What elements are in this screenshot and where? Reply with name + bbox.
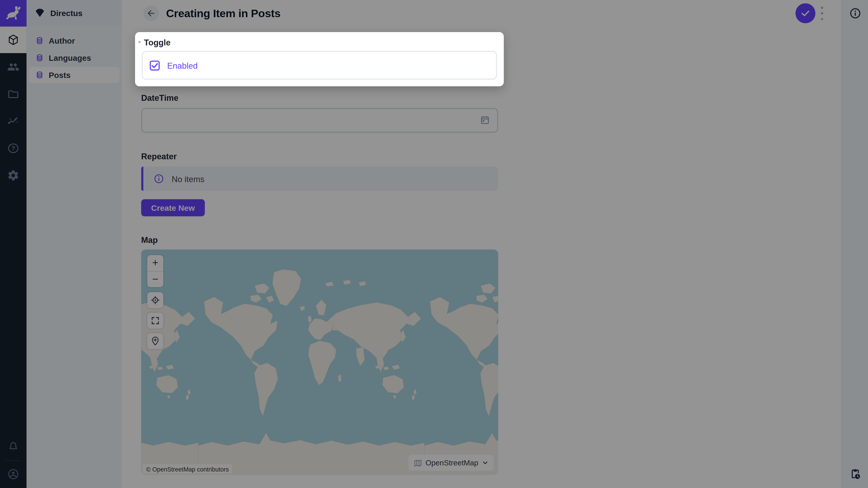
page-header: Creating Item in Posts — [122, 0, 842, 27]
zoom-in-icon: + — [152, 257, 158, 269]
map-canvas[interactable]: + − © OpenStreetMap contributors — [141, 250, 498, 475]
help-icon: ? — [7, 142, 20, 154]
arrow-left-icon — [146, 8, 156, 18]
module-bar: ? — [0, 0, 27, 488]
module-user-directory[interactable] — [0, 54, 27, 80]
fullscreen-button[interactable] — [147, 313, 163, 329]
nav-item-posts[interactable]: Posts — [29, 67, 120, 83]
toggle-checkbox-label: Enabled — [167, 61, 198, 70]
database-icon — [35, 71, 44, 79]
world-map — [141, 250, 498, 475]
repeater-empty-text: No items — [172, 174, 204, 184]
module-insights[interactable] — [0, 108, 27, 135]
datetime-input[interactable] — [141, 108, 498, 133]
people-icon — [7, 61, 20, 73]
info-sidebar-button[interactable] — [848, 6, 862, 20]
more-options-button[interactable] — [818, 6, 826, 20]
user-avatar-button[interactable] — [0, 461, 27, 488]
zoom-in-button[interactable]: + — [147, 255, 163, 271]
geolocate-icon — [150, 295, 161, 305]
fullscreen-icon — [151, 316, 160, 325]
toggle-field-card: Toggle Enabled — [135, 32, 504, 86]
repeater-empty-notice: No items — [141, 166, 498, 191]
datetime-label: DateTime — [141, 93, 178, 102]
zoom-out-icon: − — [152, 273, 158, 285]
nav-item-languages[interactable]: Languages — [29, 50, 120, 66]
back-button[interactable] — [143, 5, 159, 21]
geolocate-button[interactable] — [147, 292, 163, 308]
basemap-select[interactable]: OpenStreetMap — [408, 455, 494, 471]
page-title: Creating Item in Posts — [166, 0, 281, 27]
module-docs[interactable]: ? — [0, 135, 27, 162]
info-icon — [849, 7, 862, 20]
app-window: ? Directus — [0, 0, 868, 488]
account-circle-icon — [7, 468, 20, 480]
project-name: Directus — [51, 9, 83, 18]
add-pin-icon — [150, 336, 161, 347]
info-icon — [153, 173, 164, 184]
check-icon — [800, 8, 811, 19]
module-content[interactable] — [0, 27, 27, 53]
fan-icon — [34, 8, 45, 19]
insights-icon — [7, 115, 20, 127]
right-sidebar — [841, 0, 868, 488]
map-attribution: © OpenStreetMap contributors — [143, 464, 232, 474]
map-icon — [413, 458, 422, 467]
toggle-label: Toggle — [144, 37, 170, 47]
database-icon — [35, 54, 44, 62]
nav-item-label: Posts — [49, 70, 71, 79]
box-icon — [7, 34, 20, 46]
add-pin-button[interactable] — [147, 333, 163, 349]
chevron-down-icon — [482, 459, 489, 466]
module-settings[interactable] — [0, 162, 27, 189]
project-bar[interactable]: Directus — [27, 0, 122, 27]
nav-item-label: Author — [49, 36, 75, 45]
calendar-icon — [479, 115, 491, 126]
toggle-input[interactable]: Enabled — [142, 51, 497, 79]
create-new-button[interactable]: Create New — [141, 199, 205, 217]
directus-rabbit-icon[interactable] — [0, 0, 27, 27]
zoom-out-button[interactable]: − — [147, 271, 163, 287]
bell-icon — [7, 441, 20, 453]
module-file-library[interactable] — [0, 81, 27, 107]
database-icon — [35, 37, 44, 45]
save-button[interactable] — [796, 3, 815, 23]
notifications-button[interactable] — [0, 434, 27, 460]
field-edited-dot — [138, 41, 141, 43]
gear-icon — [7, 169, 20, 182]
map-label: Map — [141, 235, 158, 245]
repeater-label: Repeater — [141, 152, 177, 161]
basemap-label: OpenStreetMap — [426, 459, 478, 467]
svg-text:?: ? — [11, 145, 15, 152]
nav-item-author[interactable]: Author — [29, 33, 120, 48]
folder-icon — [7, 88, 20, 100]
revisions-sidebar-button[interactable] — [848, 467, 862, 481]
revisions-clipboard-clock-icon — [849, 468, 862, 480]
checkbox-checked-icon[interactable] — [149, 60, 160, 71]
calendar-icon[interactable] — [479, 115, 491, 128]
map-zoom-controls: + − — [147, 255, 163, 287]
nav-item-label: Languages — [49, 53, 91, 62]
collections-nav: Author Languages Posts — [27, 27, 122, 488]
